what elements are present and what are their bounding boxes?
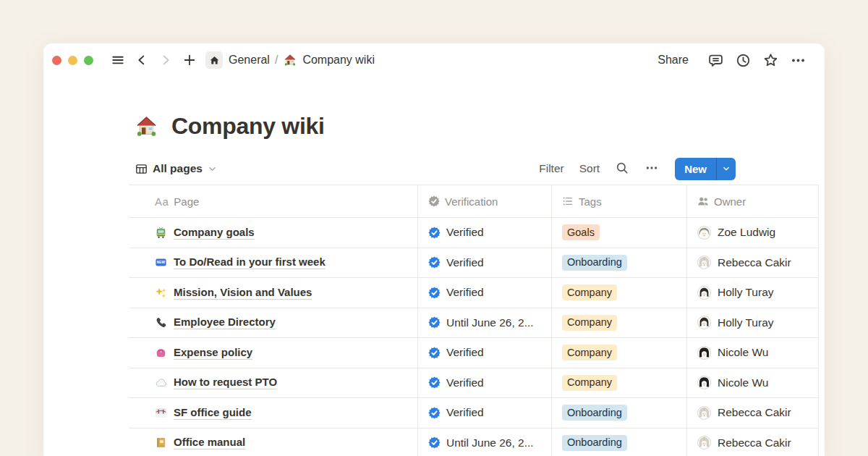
column-header-owner[interactable]: Owner [687, 185, 819, 217]
owner-cell[interactable]: Rebecca Cakir [687, 398, 819, 428]
view-options-button[interactable] [644, 161, 659, 176]
owner-cell[interactable]: Nicole Wu [687, 338, 819, 368]
new-dropdown-button[interactable] [717, 158, 736, 180]
new-page-button[interactable] [179, 50, 200, 70]
bridge-emoji-icon [155, 407, 167, 419]
verified-badge-icon [428, 376, 441, 389]
tag-pill[interactable]: Goals [562, 224, 600, 240]
avatar [697, 376, 711, 389]
new-button[interactable]: New [675, 158, 716, 180]
tag-pill[interactable]: Company [562, 375, 617, 391]
comments-button[interactable] [705, 49, 726, 71]
nav-forward-button[interactable] [156, 50, 176, 70]
filter-button[interactable]: Filter [539, 162, 563, 175]
verification-cell[interactable]: Verified [418, 398, 552, 428]
column-header-page[interactable]: AaPage [129, 185, 418, 217]
text-property-icon: Aa [155, 195, 169, 208]
column-header-verification[interactable]: Verification [418, 185, 552, 217]
verification-cell[interactable]: Verified [418, 218, 552, 248]
owner-cell[interactable]: Holly Turay [687, 278, 819, 308]
clock-icon [736, 53, 751, 68]
table-row: Employee Directory Until June 26, 2... C… [129, 308, 819, 339]
page-cell[interactable]: SF office guide [129, 398, 418, 428]
verified-badge-icon [428, 227, 441, 239]
tag-pill[interactable]: Company [562, 345, 617, 360]
avatar [697, 256, 711, 269]
verification-cell[interactable]: Verified [418, 338, 552, 368]
owner-cell[interactable]: Zoe Ludwig [687, 218, 819, 248]
updates-button[interactable] [732, 49, 754, 71]
page-link[interactable]: SF office guide [174, 406, 252, 420]
tag-pill[interactable]: Company [562, 315, 617, 331]
nav-back-button[interactable] [132, 50, 152, 70]
verified-badge-icon [428, 256, 441, 269]
table-row: Mission, Vision and Values Verified Comp… [129, 278, 819, 308]
sidebar-menu-button[interactable] [108, 50, 128, 70]
favorite-button[interactable] [760, 49, 781, 71]
more-options-button[interactable] [787, 49, 809, 71]
avatar [697, 316, 711, 329]
tags-cell[interactable]: Onboarding [552, 248, 687, 278]
house-emoji-icon [134, 114, 159, 139]
page-link[interactable]: Company goals [174, 226, 255, 240]
table-row: How to request PTO Verified Company Nico… [129, 368, 819, 399]
owner-cell[interactable]: Rebecca Cakir [687, 428, 819, 456]
people-icon [697, 195, 709, 207]
minimize-window-button[interactable] [68, 56, 77, 65]
table-row: Expense policy Verified Company Nicole W… [129, 338, 819, 368]
verified-badge-icon [428, 407, 441, 419]
avatar [697, 346, 711, 360]
page-content: Company wiki All pages Filter Sort New A… [43, 113, 825, 456]
verification-cell[interactable]: Verified [418, 248, 552, 278]
notion-window: General / Company wiki Share Company wik… [43, 43, 825, 456]
page-link[interactable]: Expense policy [174, 346, 252, 360]
search-button[interactable] [615, 161, 629, 176]
page-cell[interactable]: Expense policy [129, 338, 418, 368]
tag-pill[interactable]: Onboarding [562, 435, 627, 451]
owner-cell[interactable]: Holly Turay [687, 308, 819, 338]
page-cell[interactable]: Employee Directory [129, 308, 418, 338]
view-tab-all-pages[interactable]: All pages [135, 162, 217, 175]
sort-button[interactable]: Sort [579, 162, 600, 175]
tags-cell[interactable]: Onboarding [552, 398, 687, 428]
owner-cell[interactable]: Rebecca Cakir [687, 248, 819, 278]
page-cell[interactable]: How to request PTO [129, 368, 418, 398]
verification-cell[interactable]: Until June 26, 2... [418, 308, 552, 338]
page-link[interactable]: To Do/Read in your first week [174, 256, 326, 269]
tram-emoji-icon [155, 227, 167, 239]
column-header-tags[interactable]: Tags [552, 185, 687, 217]
tag-pill[interactable]: Company [562, 284, 617, 300]
cloud-emoji-icon [155, 376, 167, 389]
share-button[interactable]: Share [658, 54, 689, 67]
verification-cell[interactable]: Verified [418, 278, 552, 308]
tag-pill[interactable]: Onboarding [562, 255, 627, 271]
page-cell[interactable]: To Do/Read in your first week [129, 248, 418, 278]
tags-cell[interactable]: Company [552, 368, 687, 398]
page-link[interactable]: Mission, Vision and Values [174, 286, 312, 300]
tags-cell[interactable]: Company [552, 338, 687, 368]
hamburger-icon [111, 54, 124, 67]
page-title-row: Company wiki [134, 113, 819, 140]
fullscreen-window-button[interactable] [84, 56, 93, 65]
owner-cell[interactable]: Nicole Wu [687, 368, 819, 398]
tags-cell[interactable]: Goals [552, 218, 687, 248]
breadcrumb-root[interactable]: General [229, 54, 270, 67]
verification-cell[interactable]: Verified [418, 368, 552, 398]
page-link[interactable]: How to request PTO [174, 376, 277, 389]
verified-badge-icon [428, 287, 441, 299]
close-window-button[interactable] [52, 56, 61, 65]
tags-cell[interactable]: Onboarding [552, 428, 687, 456]
page-cell[interactable]: Company goals [129, 218, 418, 248]
page-link[interactable]: Employee Directory [174, 316, 276, 329]
page-cell[interactable]: Office manual [129, 428, 418, 456]
tags-cell[interactable]: Company [552, 278, 687, 308]
tags-cell[interactable]: Company [552, 308, 687, 338]
page-cell[interactable]: Mission, Vision and Values [129, 278, 418, 308]
verification-cell[interactable]: Until June 26, 2... [418, 428, 552, 456]
breadcrumb-page[interactable]: Company wiki [302, 54, 375, 67]
tag-pill[interactable]: Onboarding [562, 405, 627, 421]
house-emoji-icon [283, 53, 297, 67]
view-toolbar: All pages Filter Sort New [135, 157, 819, 180]
home-breadcrumb-chip[interactable] [205, 51, 223, 69]
page-link[interactable]: Office manual [174, 436, 245, 449]
